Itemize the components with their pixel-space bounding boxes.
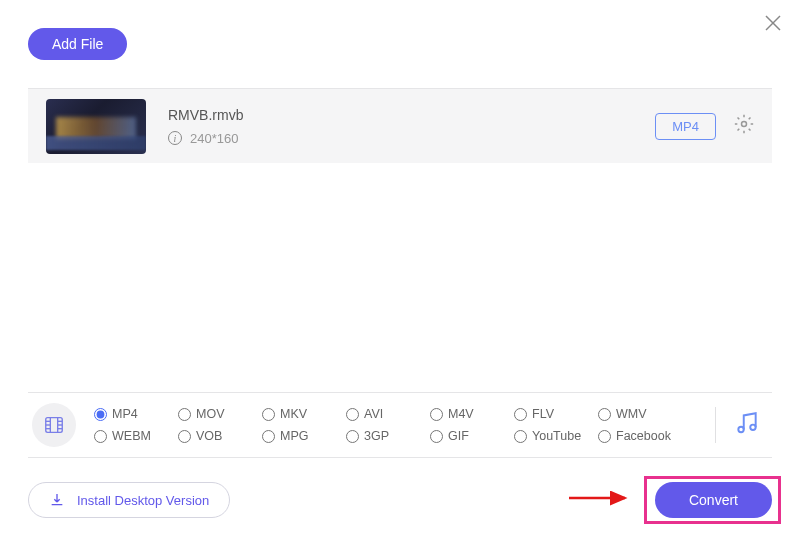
file-info: RMVB.rmvb i 240*160 [168, 107, 655, 146]
bottom-bar: Install Desktop Version Convert [28, 482, 772, 518]
format-radio[interactable] [178, 408, 191, 421]
format-label: MOV [196, 407, 224, 421]
format-radio[interactable] [262, 408, 275, 421]
format-label: AVI [364, 407, 383, 421]
format-label: YouTube [532, 429, 581, 443]
format-radio[interactable] [346, 408, 359, 421]
install-desktop-label: Install Desktop Version [77, 493, 209, 508]
film-icon [43, 414, 65, 436]
format-option-flv[interactable]: FLV [514, 407, 594, 421]
format-label: MPG [280, 429, 308, 443]
format-label: FLV [532, 407, 554, 421]
format-radio[interactable] [94, 430, 107, 443]
format-label: 3GP [364, 429, 389, 443]
format-radio[interactable] [514, 430, 527, 443]
format-radio[interactable] [430, 408, 443, 421]
format-option-mov[interactable]: MOV [178, 407, 258, 421]
format-label: MKV [280, 407, 307, 421]
format-option-vob[interactable]: VOB [178, 429, 258, 443]
format-label: MP4 [112, 407, 138, 421]
download-icon [49, 492, 65, 508]
format-radio[interactable] [598, 430, 611, 443]
format-option-youtube[interactable]: YouTube [514, 429, 594, 443]
video-thumbnail[interactable] [46, 99, 146, 154]
file-meta-row: i 240*160 [168, 131, 655, 146]
target-format-badge[interactable]: MP4 [655, 113, 716, 140]
format-option-mkv[interactable]: MKV [262, 407, 342, 421]
format-option-wmv[interactable]: WMV [598, 407, 678, 421]
music-icon [734, 410, 760, 436]
format-radio[interactable] [514, 408, 527, 421]
add-file-button[interactable]: Add File [28, 28, 127, 60]
format-label: GIF [448, 429, 469, 443]
top-toolbar: Add File [0, 0, 800, 74]
format-option-m4v[interactable]: M4V [430, 407, 510, 421]
settings-button[interactable] [734, 114, 754, 138]
audio-category-button[interactable] [734, 410, 760, 440]
format-label: M4V [448, 407, 474, 421]
format-radio[interactable] [94, 408, 107, 421]
gear-icon [734, 114, 754, 134]
file-name: RMVB.rmvb [168, 107, 655, 123]
format-section: MP4MOVMKVAVIM4VFLVWMVWEBMVOBMPG3GPGIFYou… [28, 392, 772, 458]
video-category-button[interactable] [32, 403, 76, 447]
format-label: Facebook [616, 429, 671, 443]
format-radio[interactable] [178, 430, 191, 443]
close-icon [764, 14, 782, 32]
format-option-mp4[interactable]: MP4 [94, 407, 174, 421]
info-icon[interactable]: i [168, 131, 182, 145]
convert-button[interactable]: Convert [655, 482, 772, 518]
format-label: WMV [616, 407, 647, 421]
format-radio[interactable] [262, 430, 275, 443]
svg-point-2 [742, 122, 747, 127]
format-label: WEBM [112, 429, 151, 443]
file-resolution: 240*160 [190, 131, 238, 146]
format-option-facebook[interactable]: Facebook [598, 429, 678, 443]
format-radio[interactable] [430, 430, 443, 443]
format-radio[interactable] [598, 408, 611, 421]
format-option-mpg[interactable]: MPG [262, 429, 342, 443]
svg-point-12 [738, 427, 743, 432]
format-option-gif[interactable]: GIF [430, 429, 510, 443]
divider [715, 407, 716, 443]
install-desktop-button[interactable]: Install Desktop Version [28, 482, 230, 518]
format-option-webm[interactable]: WEBM [94, 429, 174, 443]
format-radio[interactable] [346, 430, 359, 443]
format-option-avi[interactable]: AVI [346, 407, 426, 421]
svg-point-13 [750, 425, 755, 430]
file-row: RMVB.rmvb i 240*160 MP4 [28, 88, 772, 163]
format-option-3gp[interactable]: 3GP [346, 429, 426, 443]
formats-grid: MP4MOVMKVAVIM4VFLVWMVWEBMVOBMPG3GPGIFYou… [94, 407, 697, 443]
format-label: VOB [196, 429, 222, 443]
close-button[interactable] [764, 12, 782, 38]
